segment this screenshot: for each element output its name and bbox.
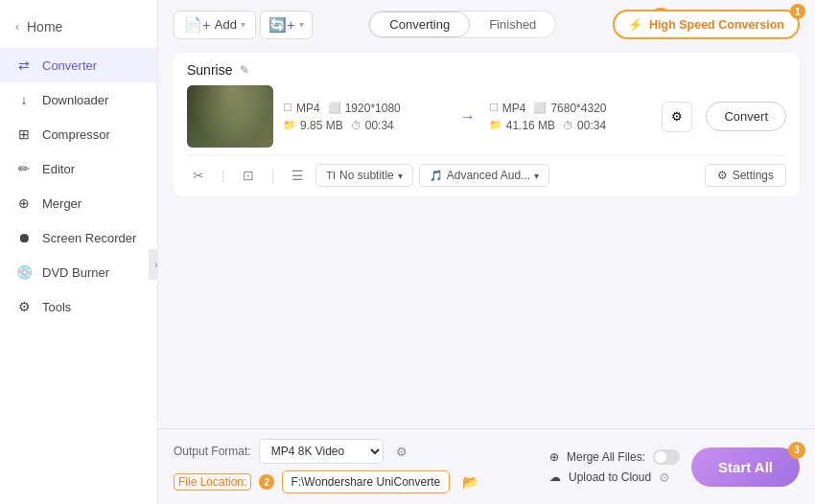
- source-duration: 00:34: [365, 119, 394, 132]
- audio-icon: 🎵: [430, 170, 443, 182]
- start-all-button[interactable]: Start All: [691, 447, 800, 487]
- audio-select[interactable]: 🎵 Advanced Aud... ▾: [419, 164, 549, 187]
- start-all-badge: 3: [788, 442, 805, 459]
- settings-gear-icon: ⚙: [717, 169, 728, 182]
- sidebar-item-downloader[interactable]: ↓ Downloader: [0, 82, 157, 117]
- start-all-wrapper: Start All 3: [691, 447, 800, 487]
- tabs: Converting Finished: [368, 11, 556, 38]
- converter-icon: ⇄: [15, 57, 33, 74]
- tab-converting[interactable]: Converting: [369, 11, 470, 37]
- source-meta: ☐ MP4 ⬜ 1920*1080 📁 9.85 MB: [283, 102, 447, 132]
- add-more-icon: 🔄+: [268, 16, 295, 34]
- settings-label: Settings: [733, 169, 774, 182]
- sidebar-item-label: Converter: [42, 58, 97, 73]
- upload-label: Upload to Cloud: [569, 470, 651, 484]
- tool-separator-2: |: [266, 166, 281, 185]
- back-arrow-icon: ‹: [15, 20, 19, 34]
- target-format-item: ☐ MP4: [489, 102, 526, 115]
- add-btn-label: Add: [215, 17, 237, 32]
- location-row: File Location: 2 📂: [174, 470, 538, 494]
- sidebar-item-label: DVD Burner: [42, 265, 109, 280]
- toolbar-left: 📄+ Add ▾ 🔄+ ▾: [174, 11, 313, 39]
- file-header: Sunrise ✎: [187, 62, 786, 78]
- edit-file-name-icon[interactable]: ✎: [240, 63, 249, 77]
- output-format-label: Output Format:: [174, 445, 251, 458]
- target-size-icon: 📁: [489, 119, 502, 131]
- add-more-button[interactable]: 🔄+ ▾: [260, 11, 313, 39]
- format-icon: ☐: [283, 102, 292, 114]
- target-size: 41.16 MB: [506, 119, 555, 132]
- sidebar-item-editor[interactable]: ✏ Editor: [0, 151, 157, 186]
- compressor-icon: ⊞: [15, 126, 33, 143]
- file-settings-icon-button[interactable]: ⚙: [662, 102, 692, 132]
- format-settings-icon[interactable]: ⚙: [391, 441, 412, 462]
- high-speed-wrapper: ⚡ High Speed Conversion 1: [613, 10, 800, 39]
- sidebar-item-label: Downloader: [42, 93, 108, 107]
- file-tools-row: ✂ | ⊡ | ☰ TI No subtitle ▾ 🎵 Advanced Au…: [187, 155, 786, 187]
- high-speed-label: High Speed Conversion: [649, 18, 784, 32]
- upload-row: ☁ Upload to Cloud ⚙: [549, 470, 680, 485]
- effects-icon[interactable]: ☰: [286, 166, 310, 185]
- sidebar-item-screen-recorder[interactable]: ⏺ Screen Recorder: [0, 220, 157, 255]
- add-more-dropdown-icon: ▾: [299, 19, 304, 30]
- add-file-icon: 📄+: [184, 16, 211, 34]
- subtitle-label: No subtitle: [339, 169, 394, 182]
- sidebar-item-label: Editor: [42, 162, 75, 176]
- sidebar-item-label: Tools: [42, 300, 71, 314]
- merge-toggle[interactable]: [653, 449, 680, 465]
- subtitle-select[interactable]: TI No subtitle ▾: [315, 164, 412, 187]
- file-location-label: File Location:: [174, 473, 251, 491]
- output-format-select[interactable]: MP4 8K Video: [259, 439, 384, 464]
- target-format-icon: ☐: [489, 102, 499, 114]
- source-format-item: ☐ MP4: [283, 102, 320, 115]
- sidebar-item-compressor[interactable]: ⊞ Compressor: [0, 117, 157, 151]
- source-duration-item: ⏱ 00:34: [351, 119, 394, 132]
- browse-folder-button[interactable]: 📂: [457, 470, 482, 494]
- sidebar-item-converter[interactable]: ⇄ Converter: [0, 48, 157, 82]
- sidebar-item-merger[interactable]: ⊕ Merger: [0, 186, 157, 220]
- bottom-left: Output Format: MP4 8K Video ⚙ File Locat…: [174, 439, 538, 494]
- thumbnail-overlay: [187, 85, 273, 148]
- crop-icon[interactable]: ⊡: [237, 166, 260, 185]
- duration-icon: ⏱: [351, 120, 361, 131]
- target-size-item: 📁 41.16 MB: [489, 119, 555, 132]
- sidebar-item-tools[interactable]: ⚙ Tools: [0, 289, 157, 324]
- tool-separator-1: |: [216, 166, 231, 185]
- file-location-input[interactable]: [282, 470, 450, 493]
- merge-label: Merge All Files:: [567, 450, 645, 464]
- file-thumbnail: [187, 85, 273, 148]
- file-name: Sunrise: [187, 62, 232, 78]
- sidebar-item-dvd-burner[interactable]: 💿 DVD Burner: [0, 255, 157, 289]
- settings-button[interactable]: ⚙ Settings: [705, 164, 786, 187]
- tab-finished[interactable]: Finished: [470, 11, 555, 37]
- high-speed-badge: 1: [790, 4, 805, 19]
- convert-button[interactable]: Convert: [706, 102, 786, 131]
- content-area: Sunrise ✎ ☐ MP4 ⬜: [158, 45, 815, 428]
- lightning-icon: ⚡: [628, 17, 643, 32]
- file-card: Sunrise ✎ ☐ MP4 ⬜: [174, 53, 800, 196]
- screen-recorder-icon: ⏺: [15, 229, 33, 246]
- source-resolution: 1920*1080: [345, 102, 401, 115]
- cut-icon[interactable]: ✂: [187, 166, 210, 185]
- source-format: MP4: [296, 102, 320, 115]
- source-resolution-item: ⬜ 1920*1080: [328, 102, 401, 115]
- sidebar-item-label: Compressor: [42, 127, 110, 142]
- source-size: 9.85 MB: [300, 119, 343, 132]
- target-duration-item: ⏱ 00:34: [563, 119, 606, 132]
- size-row: 📁 9.85 MB ⏱ 00:34: [283, 119, 447, 132]
- size-icon: 📁: [283, 119, 296, 131]
- bottom-bar: Output Format: MP4 8K Video ⚙ File Locat…: [158, 428, 815, 504]
- upload-icon: ☁: [549, 470, 561, 484]
- merge-row: ⊕ Merge All Files:: [549, 449, 680, 465]
- high-speed-button[interactable]: ⚡ High Speed Conversion: [613, 10, 800, 39]
- bottom-middle: ⊕ Merge All Files: ☁ Upload to Cloud ⚙: [549, 449, 680, 485]
- target-format-row: ☐ MP4 ⬜ 7680*4320: [489, 102, 653, 115]
- target-resolution-icon: ⬜: [533, 102, 547, 114]
- file-location-badge: 2: [259, 474, 274, 490]
- upload-settings-icon[interactable]: ⚙: [659, 470, 670, 485]
- add-dropdown-icon: ▾: [241, 19, 245, 30]
- format-row: Output Format: MP4 8K Video ⚙: [174, 439, 538, 464]
- sidebar: ‹ Home ⇄ Converter ↓ Downloader ⊞ Compre…: [0, 0, 158, 504]
- home-nav[interactable]: ‹ Home: [0, 10, 157, 48]
- add-file-button[interactable]: 📄+ Add ▾: [174, 11, 256, 39]
